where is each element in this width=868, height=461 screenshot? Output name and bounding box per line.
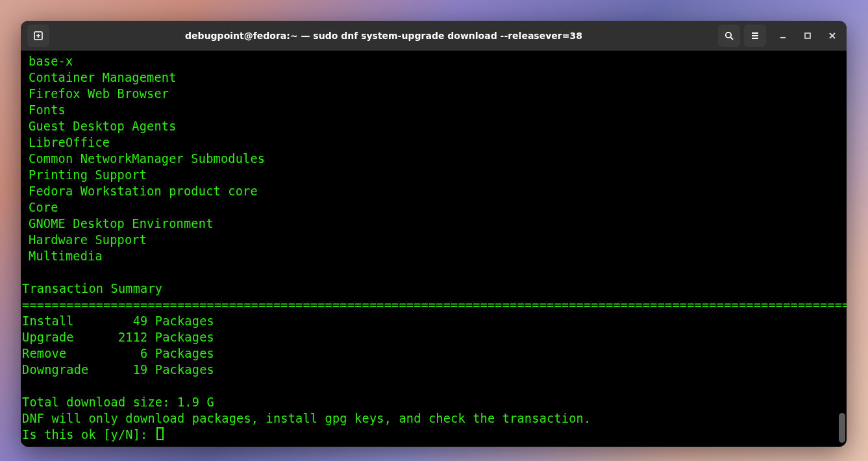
package-group: LibreOffice <box>22 134 847 151</box>
package-group: Container Management <box>22 69 847 86</box>
transaction-summary-heading: Transaction Summary <box>22 280 847 297</box>
new-tab-button[interactable] <box>27 25 49 47</box>
hamburger-menu-button[interactable] <box>744 25 766 47</box>
svg-rect-9 <box>805 33 810 38</box>
summary-row: Remove 6 Packages <box>22 345 847 362</box>
package-group: Common NetworkManager Submodules <box>22 151 847 167</box>
package-group: Guest Desktop Agents <box>22 118 847 134</box>
summary-row: Install 49 Packages <box>22 313 847 329</box>
summary-row: Downgrade 19 Packages <box>22 362 847 378</box>
summary-row: Upgrade 2112 Packages <box>22 329 847 345</box>
search-button[interactable] <box>718 25 740 47</box>
package-group: base-x <box>22 53 847 69</box>
confirm-prompt: Is this ok [y/N]: <box>22 427 847 443</box>
dnf-note: DNF will only download packages, install… <box>22 410 847 427</box>
close-button[interactable] <box>823 27 841 45</box>
package-group: Fedora Workstation product core <box>22 183 847 199</box>
package-group: Core <box>22 199 847 216</box>
package-group: Multimedia <box>22 248 847 264</box>
terminal-output[interactable]: base-xContainer ManagementFirefox Web Br… <box>21 51 847 447</box>
total-download-size: Total download size: 1.9 G <box>22 394 847 410</box>
scrollbar-thumb[interactable] <box>839 413 845 443</box>
package-group: Printing Support <box>22 167 847 183</box>
package-group: Firefox Web Browser <box>22 86 847 102</box>
rule-line: ========================================… <box>22 297 847 313</box>
window-title: debugpoint@fedora:~ — sudo dnf system-up… <box>51 31 717 41</box>
svg-line-4 <box>730 37 733 40</box>
svg-point-3 <box>726 32 731 38</box>
cursor-icon <box>156 427 164 440</box>
minimize-button[interactable] <box>774 27 792 45</box>
maximize-button[interactable] <box>799 27 817 45</box>
package-group: Hardware Support <box>22 232 847 248</box>
package-group: GNOME Desktop Environment <box>22 216 847 232</box>
terminal-window: debugpoint@fedora:~ — sudo dnf system-up… <box>21 21 847 447</box>
titlebar: debugpoint@fedora:~ — sudo dnf system-up… <box>21 21 847 51</box>
package-group: Fonts <box>22 102 847 118</box>
